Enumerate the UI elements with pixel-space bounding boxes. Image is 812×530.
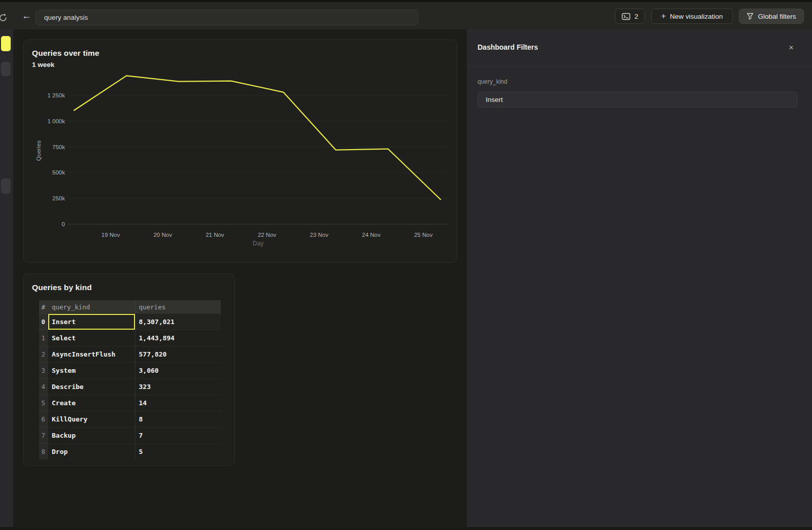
- cell-query-kind[interactable]: KillQuery: [48, 411, 135, 428]
- global-filters-button[interactable]: Global filters: [739, 9, 804, 24]
- plus-icon: +: [661, 12, 666, 21]
- console-count-badge: 2: [634, 13, 638, 20]
- cell-queries[interactable]: 14: [135, 395, 221, 411]
- new-visualization-label: New visualization: [670, 13, 723, 20]
- cell-query-kind[interactable]: Backup: [48, 428, 135, 444]
- column-header-index[interactable]: #: [39, 300, 48, 314]
- table-header-row: # query_kind queries: [39, 300, 221, 314]
- x-axis-tick-label: 25 Nov: [414, 232, 433, 238]
- table-row: 4Describe323: [39, 379, 221, 395]
- table-row: 7Backup7: [39, 428, 221, 444]
- back-button[interactable]: ←: [20, 10, 32, 22]
- row-index: 4: [39, 379, 48, 395]
- filters-panel-title: Dashboard Filters: [478, 43, 538, 51]
- y-axis-tick-label: 0: [62, 221, 65, 227]
- row-index: 1: [39, 330, 48, 346]
- cell-queries[interactable]: 323: [135, 379, 221, 395]
- window-bottom-edge: [0, 527, 812, 530]
- table-row: 5Create14: [39, 395, 221, 411]
- y-axis-title: Queries: [36, 140, 42, 161]
- dashboard-filters-panel: Dashboard Filters ✕ query_kind: [467, 29, 812, 527]
- row-index: 5: [39, 395, 48, 411]
- left-sidebar: [0, 29, 13, 527]
- cell-query-kind[interactable]: Create: [48, 395, 135, 411]
- table-row: 0Insert8,307,021: [39, 314, 221, 330]
- y-axis-tick-label: 500k: [52, 169, 65, 175]
- table-row: 3System3,060: [39, 363, 221, 379]
- x-axis-tick-label: 24 Nov: [362, 232, 381, 238]
- cell-queries[interactable]: 7: [135, 428, 221, 444]
- queries-by-kind-card: Queries by kind # query_kind queries 0In…: [23, 273, 235, 466]
- y-axis-tick-label: 750k: [52, 144, 65, 150]
- table-row: 8Drop5: [39, 444, 221, 460]
- console-icon: [622, 13, 630, 20]
- row-index: 2: [39, 346, 48, 363]
- y-axis-tick-label: 1 250k: [47, 92, 65, 98]
- queries-over-time-chart[interactable]: 0250k500k750k1 000k1 250k19 Nov20 Nov21 …: [24, 40, 458, 263]
- dashboard-title-input[interactable]: [36, 10, 418, 25]
- filters-panel-header: Dashboard Filters ✕: [467, 29, 812, 66]
- cell-query-kind[interactable]: Drop: [48, 444, 135, 460]
- x-axis-title: Day: [253, 240, 263, 247]
- x-axis-tick-label: 20 Nov: [153, 232, 172, 238]
- x-axis-tick-label: 23 Nov: [310, 232, 329, 238]
- cell-query-kind[interactable]: Insert: [48, 314, 135, 330]
- cell-queries[interactable]: 1,443,894: [135, 330, 221, 346]
- column-header-queries[interactable]: queries: [135, 300, 221, 314]
- cell-queries[interactable]: 577,820: [135, 346, 221, 363]
- row-index: 7: [39, 428, 48, 444]
- sidebar-item-3[interactable]: [1, 179, 11, 194]
- query-kind-filter-input[interactable]: [478, 92, 797, 108]
- cell-queries[interactable]: 3,060: [135, 363, 221, 379]
- row-index: 6: [39, 411, 48, 428]
- cell-query-kind[interactable]: Describe: [48, 379, 135, 395]
- chart-line-series: [74, 76, 441, 199]
- x-axis-tick-label: 21 Nov: [206, 232, 224, 238]
- row-index: 3: [39, 363, 48, 379]
- row-index: 8: [39, 444, 48, 460]
- cell-queries[interactable]: 5: [135, 444, 221, 460]
- cell-queries[interactable]: 8: [135, 411, 221, 428]
- sidebar-item-dashboard-active[interactable]: [1, 36, 11, 51]
- x-axis-tick-label: 19 Nov: [101, 232, 120, 238]
- refresh-icon[interactable]: [0, 12, 9, 23]
- row-index: 0: [39, 314, 48, 330]
- queries-over-time-card: Queries over time 1 week 0250k500k750k1 …: [23, 40, 457, 263]
- filter-funnel-icon: [747, 13, 754, 20]
- filter-field-label: query_kind: [478, 78, 507, 85]
- x-axis-tick-label: 22 Nov: [258, 232, 277, 238]
- app-window: ← 2 + New visualization Global filters: [0, 0, 812, 530]
- cell-query-kind[interactable]: Select: [48, 330, 135, 346]
- table-row: 6KillQuery8: [39, 411, 221, 428]
- cell-query-kind[interactable]: System: [48, 363, 135, 379]
- sql-console-button[interactable]: 2: [615, 9, 645, 24]
- cell-query-kind[interactable]: AsyncInsertFlush: [48, 346, 135, 363]
- queries-by-kind-table: # query_kind queries 0Insert8,307,0211Se…: [39, 300, 221, 460]
- global-filters-label: Global filters: [758, 13, 796, 20]
- top-bar: ← 2 + New visualization Global filters: [0, 2, 812, 29]
- close-icon[interactable]: ✕: [787, 43, 796, 52]
- new-visualization-button[interactable]: + New visualization: [651, 9, 733, 24]
- column-header-query-kind[interactable]: query_kind: [48, 300, 135, 314]
- cell-queries[interactable]: 8,307,021: [135, 314, 221, 330]
- sidebar-item-2[interactable]: [1, 62, 11, 76]
- y-axis-tick-label: 1 000k: [47, 118, 65, 124]
- table-row: 1Select1,443,894: [39, 330, 221, 346]
- table-row: 2AsyncInsertFlush577,820: [39, 346, 221, 363]
- y-axis-tick-label: 250k: [52, 195, 65, 201]
- table-title: Queries by kind: [32, 283, 92, 292]
